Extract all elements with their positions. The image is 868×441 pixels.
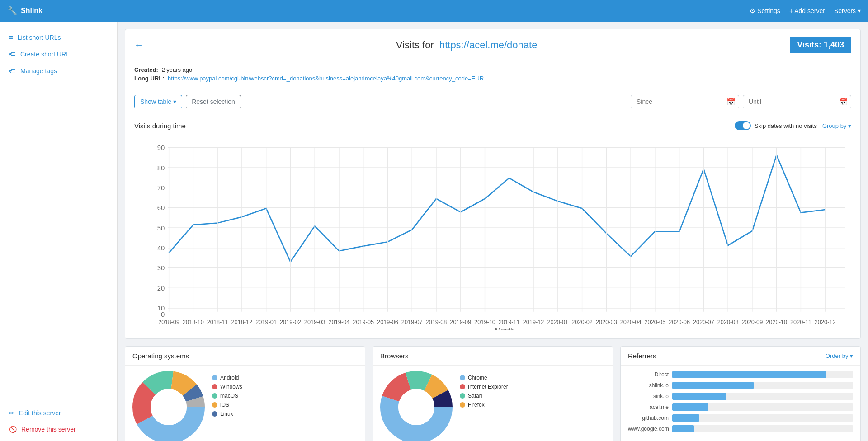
long-url-label: Long URL: bbox=[134, 75, 164, 82]
y-axis-labels: 90 80 70 60 50 40 30 20 10 0 bbox=[157, 144, 165, 318]
svg-text:2020-09: 2020-09 bbox=[742, 319, 763, 325]
sidebar-item-create-url[interactable]: 🏷 Create short URL bbox=[0, 46, 117, 62]
app-brand[interactable]: 🔧 Shlink bbox=[7, 6, 42, 16]
svg-text:2020-04: 2020-04 bbox=[620, 319, 642, 325]
page-title-section: Visits for https://acel.me/donate bbox=[143, 39, 790, 51]
bottom-cards-row: Operating systems bbox=[125, 346, 861, 441]
created-info: Created: 2 years ago bbox=[134, 66, 851, 73]
legend-safari: Safari bbox=[460, 393, 508, 399]
long-url-link[interactable]: https://www.paypal.com/cgi-bin/webscr?cm… bbox=[168, 75, 484, 82]
legend-ie: Internet Explorer bbox=[460, 384, 508, 390]
since-input[interactable] bbox=[631, 95, 739, 108]
macos-label: macOS bbox=[220, 393, 238, 399]
chrome-label: Chrome bbox=[468, 375, 487, 381]
edit-server-label: Edit this server bbox=[19, 409, 61, 417]
os-card-header: Operating systems bbox=[125, 347, 365, 366]
svg-text:2018-12: 2018-12 bbox=[231, 319, 253, 325]
referrer-bar-bg5 bbox=[672, 414, 853, 422]
svg-text:2019-09: 2019-09 bbox=[450, 319, 471, 325]
referrer-bar-bg3 bbox=[672, 393, 853, 400]
show-table-button[interactable]: Show table ▾ bbox=[134, 95, 182, 108]
referrer-label-sink: sink.io bbox=[628, 393, 669, 399]
legend-ios: iOS bbox=[212, 402, 242, 408]
referrer-bar-bg bbox=[672, 371, 853, 378]
svg-text:2020-11: 2020-11 bbox=[790, 319, 811, 325]
since-wrapper: 📅 bbox=[631, 95, 739, 108]
chrome-dot bbox=[460, 375, 465, 380]
sidebar-item-manage-tags[interactable]: 🏷 Manage tags bbox=[0, 62, 117, 79]
page-header: ← Visits for https://acel.me/donate Visi… bbox=[125, 29, 860, 61]
browsers-card-body: Chrome Internet Explorer Safari bbox=[373, 366, 613, 441]
page-title: Visits for https://acel.me/donate bbox=[143, 39, 790, 51]
legend-android: Android bbox=[212, 375, 242, 381]
created-value: 2 years ago bbox=[161, 66, 192, 73]
referrers-card: Referrers Order by ▾ Direct shlink.io bbox=[620, 346, 861, 441]
svg-text:2020-12: 2020-12 bbox=[815, 319, 836, 325]
servers-dropdown[interactable]: Servers ▾ bbox=[834, 7, 861, 14]
skip-dates-toggle: Skip dates with no visits bbox=[735, 121, 817, 130]
svg-text:2020-05: 2020-05 bbox=[644, 319, 665, 325]
main-layout: ≡ List short URLs 🏷 Create short URL 🏷 M… bbox=[0, 22, 868, 441]
group-by-button[interactable]: Group by ▾ bbox=[822, 122, 851, 129]
browsers-pie-section: Chrome Internet Explorer Safari bbox=[380, 371, 605, 441]
referrer-acel: acel.me bbox=[628, 403, 853, 411]
referrer-shlink: shlink.io bbox=[628, 382, 853, 389]
legend-windows: Windows bbox=[212, 384, 242, 390]
svg-point-81 bbox=[151, 389, 187, 425]
created-label: Created: bbox=[134, 66, 158, 73]
x-axis-title: Month bbox=[495, 326, 515, 330]
referrer-google: www.google.com bbox=[628, 425, 853, 432]
referrer-bar-shlink bbox=[672, 382, 754, 389]
os-legend: Android Windows macOS bbox=[212, 375, 242, 417]
short-url-link[interactable]: https://acel.me/donate bbox=[439, 39, 537, 51]
remove-server-action[interactable]: 🚫 Remove this server bbox=[0, 421, 117, 437]
os-card: Operating systems bbox=[125, 346, 365, 441]
until-input[interactable] bbox=[743, 95, 851, 108]
svg-text:2018-09: 2018-09 bbox=[158, 319, 179, 325]
sidebar-bottom: ✏ Edit this server 🚫 Remove this server bbox=[0, 401, 117, 441]
chart-line bbox=[169, 155, 826, 262]
long-url-info: Long URL: https://www.paypal.com/cgi-bin… bbox=[134, 75, 851, 82]
visits-badge: Visits: 1,403 bbox=[790, 37, 851, 53]
sidebar-item-label: Manage tags bbox=[20, 67, 57, 75]
svg-text:2019-04: 2019-04 bbox=[329, 319, 350, 325]
referrers-order-by[interactable]: Order by ▾ bbox=[826, 352, 853, 359]
safari-label: Safari bbox=[468, 393, 482, 399]
settings-link[interactable]: ⚙ Settings bbox=[750, 7, 780, 14]
svg-text:2019-08: 2019-08 bbox=[426, 319, 447, 325]
macos-dot bbox=[212, 393, 217, 399]
referrer-direct: Direct bbox=[628, 371, 853, 378]
back-button[interactable]: ← bbox=[134, 40, 143, 50]
list-icon: ≡ bbox=[9, 33, 13, 41]
svg-text:40: 40 bbox=[157, 244, 165, 252]
referrer-bar-bg6 bbox=[672, 425, 853, 432]
svg-text:2019-02: 2019-02 bbox=[280, 319, 301, 325]
svg-text:2019-07: 2019-07 bbox=[401, 319, 423, 325]
linux-label: Linux bbox=[220, 411, 233, 417]
os-pie-section: Android Windows macOS bbox=[132, 371, 358, 441]
firefox-dot bbox=[460, 402, 465, 408]
skip-dates-label: Skip dates with no visits bbox=[755, 122, 817, 129]
referrer-bar-bg2 bbox=[672, 382, 853, 389]
edit-server-action[interactable]: ✏ Edit this server bbox=[0, 405, 117, 421]
add-server-link[interactable]: + Add server bbox=[789, 7, 825, 14]
until-calendar-icon[interactable]: 📅 bbox=[839, 98, 848, 106]
firefox-label: Firefox bbox=[468, 402, 485, 408]
svg-text:2019-12: 2019-12 bbox=[523, 319, 544, 325]
reset-selection-button[interactable]: Reset selection bbox=[186, 95, 241, 108]
referrer-bar-google bbox=[672, 425, 694, 432]
referrer-github: github.com bbox=[628, 414, 853, 422]
svg-text:30: 30 bbox=[157, 264, 165, 272]
os-pie-chart bbox=[132, 371, 205, 441]
chart-header: Visits during time Skip dates with no vi… bbox=[134, 121, 851, 130]
svg-text:2020-07: 2020-07 bbox=[693, 319, 714, 325]
toggle-switch[interactable] bbox=[735, 121, 751, 130]
svg-text:2018-11: 2018-11 bbox=[207, 319, 228, 325]
svg-text:2019-03: 2019-03 bbox=[304, 319, 326, 325]
wrench-icon: 🔧 bbox=[7, 6, 17, 16]
sidebar-item-list-urls[interactable]: ≡ List short URLs bbox=[0, 29, 117, 46]
chart-svg-wrapper: 90 80 70 60 50 40 30 20 10 0 bbox=[134, 136, 851, 331]
browsers-title: Browsers bbox=[380, 352, 409, 360]
since-calendar-icon[interactable]: 📅 bbox=[726, 98, 736, 106]
svg-text:2019-05: 2019-05 bbox=[353, 319, 374, 325]
